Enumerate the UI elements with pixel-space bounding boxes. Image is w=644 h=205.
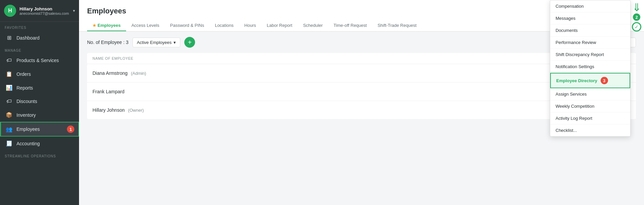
dashboard-icon: ⊞ [6, 35, 12, 41]
tab-scheduler[interactable]: Scheduler [298, 20, 328, 31]
dropdown-item-employee-directory[interactable]: Employee Directory 3 [550, 73, 630, 88]
column-name: NAME OF EMPLOYEE [92, 56, 134, 60]
dropdown-item-shift-discrepancy[interactable]: Shift Discrepancy Report [550, 49, 630, 61]
dropdown-menu: Compensation Messages Documents Performa… [550, 0, 631, 137]
sidebar-item-employees[interactable]: 👥 Employees 1 [0, 122, 79, 137]
sidebar-item-label: Employees [16, 126, 40, 132]
annotation-num3: 3 [601, 77, 608, 84]
sidebar-item-inventory[interactable]: 📦 Inventory [0, 108, 79, 122]
tab-employees[interactable]: ★ Employees [87, 20, 126, 31]
circle-check-icon[interactable]: ✓ [632, 22, 641, 32]
user-name: Hillary Johnson [20, 6, 70, 11]
annotation-num2: 2 [633, 13, 640, 21]
sidebar-item-reports[interactable]: 📊 Reports [0, 81, 79, 95]
filter-dropdown[interactable]: Active Employees ▾ [132, 38, 180, 47]
dropdown-item-documents[interactable]: Documents [550, 24, 630, 37]
sidebar-item-products-services[interactable]: 🏷 Products & Services [0, 54, 79, 67]
dropdown-item-checklist[interactable]: Checklist... [550, 124, 630, 136]
user-profile[interactable]: H Hillary Johnson aneconomist77@salesvu.… [0, 0, 79, 22]
top-right-annotation: ⇓ 2 ✓ [632, 2, 641, 32]
sidebar-item-label: Reports [16, 85, 33, 91]
dropdown-item-activity-log[interactable]: Activity Log Report [550, 112, 630, 124]
tab-access-levels[interactable]: Access Levels [126, 20, 165, 31]
orders-icon: 📋 [6, 71, 12, 77]
tab-password-pins[interactable]: Password & PINs [165, 20, 210, 31]
sidebar-item-dashboard[interactable]: ⊞ Dashboard [0, 31, 79, 45]
sidebar-item-orders[interactable]: 📋 Orders [0, 67, 79, 81]
accounting-icon: 🧾 [6, 140, 12, 147]
tab-locations[interactable]: Locations [210, 20, 239, 31]
user-email: aneconomist77@salesvu.com [20, 11, 70, 15]
filter-label: Active Employees [137, 40, 172, 45]
dropdown-item-assign-services[interactable]: Assign Services [550, 88, 630, 100]
sidebar-item-discounts[interactable]: 🏷 Discounts [0, 95, 79, 108]
tab-hours[interactable]: Hours [239, 20, 262, 31]
reports-icon: 📊 [6, 85, 12, 91]
chevron-down-icon: ▾ [73, 8, 75, 13]
avatar: H [4, 5, 16, 17]
tab-time-off[interactable]: Time-off Request [328, 20, 372, 31]
down-arrow-icon: ⇓ [632, 2, 641, 13]
sidebar-item-label: Inventory [16, 112, 36, 118]
inventory-icon: 📦 [6, 112, 12, 118]
employees-icon: 👥 [6, 126, 12, 133]
employee-name: Frank Lampard [92, 89, 618, 94]
favorites-section-label: FAVORITES [0, 22, 79, 31]
employee-name: Hillary Johnson (Owner) [92, 107, 618, 113]
chevron-down-icon: ▾ [174, 40, 176, 45]
sidebar-item-accounting[interactable]: 🧾 Accounting [0, 137, 79, 150]
sidebar-item-label: Orders [16, 71, 31, 77]
sidebar-employees-badge: 1 [67, 125, 74, 133]
sidebar-item-label: Products & Services [16, 58, 59, 63]
discounts-icon: 🏷 [6, 98, 12, 104]
sidebar-item-label: Dashboard [16, 35, 40, 41]
star-icon: ★ [92, 23, 96, 28]
sidebar-item-label: Accounting [16, 141, 40, 146]
dropdown-item-notification-settings[interactable]: Notification Settings [550, 61, 630, 73]
employee-name: Diana Armstrong (Admin) [92, 70, 618, 76]
tab-labor-report[interactable]: Labor Report [261, 20, 298, 31]
employee-count: No. of Employee : 3 [87, 40, 128, 45]
dropdown-item-weekly-competition[interactable]: Weekly Competition [550, 100, 630, 112]
dropdown-item-compensation[interactable]: Compensation [550, 0, 630, 12]
sidebar-item-label: Discounts [16, 99, 37, 104]
tab-shift-trade[interactable]: Shift-Trade Request [372, 20, 422, 31]
main-content: ⇓ 2 ✓ Employees ★ Employees Access Level… [79, 0, 644, 205]
add-employee-button[interactable]: + [184, 37, 195, 48]
sidebar: H Hillary Johnson aneconomist77@salesvu.… [0, 0, 79, 205]
streamline-section-label: STREAMLINE OPERATIONS [0, 150, 79, 159]
manage-section-label: MANAGE [0, 45, 79, 54]
products-icon: 🏷 [6, 57, 12, 63]
dropdown-item-performance-review[interactable]: Performance Review [550, 37, 630, 49]
dropdown-item-messages[interactable]: Messages [550, 12, 630, 24]
